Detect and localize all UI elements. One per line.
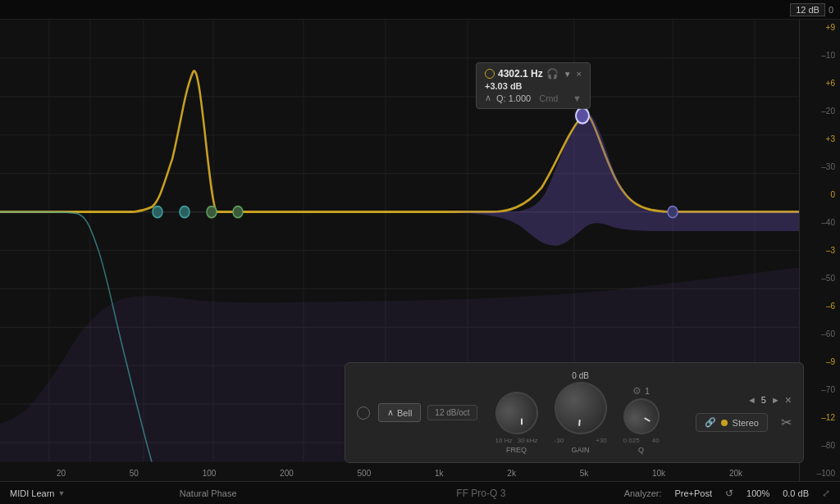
eq-tooltip: 4302.1 Hz 🎧 ▼ × +3.03 dB ∧ Q: 1.000 Cmd … [476,62,591,109]
svg-point-23 [207,207,217,218]
db-minus100: –100 [801,469,838,478]
db-0: 0 [801,190,838,199]
scissors-icon[interactable]: ✂ [781,415,792,430]
freq-50: 50 [130,469,139,478]
freq-max-label: 30 kHz [518,437,538,444]
analyzer-label: Analyzer: [624,488,662,498]
tooltip-gain: +3.03 dB [485,81,523,91]
db-minus40: –40 [801,218,838,227]
tooltip-cmd: Cmd [539,93,558,103]
shape-button[interactable]: ∧ Bell [378,403,421,422]
db-minus20: –20 [801,107,838,116]
panel-power-btn[interactable] [357,406,370,420]
db-plus3: +3 [801,134,838,143]
gain-max-label: +30 [596,437,607,444]
q-band-number: 1 [645,386,650,396]
freq-knob[interactable] [487,384,546,442]
svg-point-24 [233,207,243,218]
nav-number: 5 [761,395,766,405]
db-badge[interactable]: 12 dB [790,3,825,16]
freq-20k: 20k [729,469,742,478]
bottom-bar: MIDI Learn ▼ Natural Phase FF Pro-Q 3 An… [0,481,840,504]
nav-left-btn[interactable]: ◄ [747,395,756,405]
svg-point-21 [153,207,162,218]
stereo-button[interactable]: 🔗 Stereo [696,413,768,432]
q-min-label: 0.025 [623,437,640,444]
freq-knob-container: 10 Hz 30 kHz FREQ [495,392,538,454]
db-readout: 0.0 dB [783,488,809,498]
freq-2k: 2k [507,469,516,478]
db-minus10: –10 [801,51,838,60]
band-nav: ◄ 5 ► [747,395,780,405]
app-title: FF Pro-Q 3 [351,488,611,499]
midi-learn-button[interactable]: MIDI Learn ▼ [10,488,65,498]
tooltip-nav-icon[interactable]: ▼ [564,70,572,79]
q-knob-container: ⚙ 1 0.025 40 Q [623,385,660,454]
app: 12 dB 0 [0,0,840,504]
db-minus50: –50 [801,274,838,283]
midi-dropdown-arrow: ▼ [57,489,65,497]
db-minus80: –80 [801,441,838,450]
db-minus70: –70 [801,385,838,394]
shape-prefix-icon: ∧ [387,407,394,418]
stereo-dot [721,420,728,426]
tooltip-freq: 4302.1 Hz [498,68,543,79]
db-minus30: –30 [801,162,838,171]
midi-learn-label: MIDI Learn [10,488,54,498]
db-minus12: –12 [801,413,838,422]
undo-icon[interactable]: ↺ [725,488,733,499]
zero-label: 0 [829,5,833,15]
right-panel: ◄ 5 ► × 🔗 Stereo ✂ [696,393,792,432]
freq-100: 100 [203,469,217,478]
db-oct-button[interactable]: 12 dB/oct [427,405,477,420]
tooltip-dropdown[interactable]: ▼ [573,93,582,103]
freq-20: 20 [57,469,66,478]
gain-knob-container: 0 dB -30 +30 GAIN [555,371,607,454]
zoom-level[interactable]: 100% [746,488,769,498]
svg-point-22 [180,207,189,218]
gain-value: 0 dB [572,371,589,380]
top-bar: 12 dB 0 [0,0,840,20]
db-scale-right: +9 –10 +6 –20 +3 –30 0 –40 –3 –50 –6 –60… [799,20,840,481]
stereo-label: Stereo [733,418,759,428]
svg-point-25 [576,108,589,124]
freq-5k: 5k [580,469,589,478]
shape-label: Bell [397,408,412,418]
band-panel-header: ∧ Bell 12 dB/oct 10 Hz [357,371,792,454]
gear-icon: ⚙ [632,385,641,397]
freq-500: 500 [358,469,372,478]
tooltip-close-btn[interactable]: × [577,69,582,79]
gain-min-label: -30 [555,437,564,444]
nav-right-btn[interactable]: ► [771,395,780,405]
eq-display[interactable]: 4302.1 Hz 🎧 ▼ × +3.03 dB ∧ Q: 1.000 Cmd … [0,20,840,481]
resize-icon[interactable]: ⤢ [822,488,830,499]
link-icon: 🔗 [705,417,716,428]
freq-1k: 1k [435,469,444,478]
freq-200: 200 [280,469,294,478]
tooltip-q: Q: 1.000 [496,93,531,103]
q-label: Q [638,446,644,454]
freq-10k: 10k [652,469,665,478]
db-plus6: +6 [801,79,838,88]
freq-scale: 20 50 100 200 500 1k 2k 5k 10k 20k [0,465,799,481]
band-panel: ∧ Bell 12 dB/oct 10 Hz [345,362,804,463]
db-minus3: –3 [801,246,838,255]
tooltip-power-btn[interactable] [485,69,495,79]
freq-min-label: 10 Hz [495,437,513,444]
q-max-label: 40 [652,437,660,444]
q-knob[interactable] [617,392,666,441]
expand-icon: ∧ [485,93,491,103]
svg-point-26 [668,207,678,218]
gain-label: GAIN [572,446,590,454]
gain-knob[interactable] [552,379,609,436]
freq-label: FREQ [506,446,527,454]
analyzer-value[interactable]: Pre+Post [674,488,712,498]
phase-label: Natural Phase [78,488,338,498]
panel-close-btn[interactable]: × [785,393,792,406]
db-minus6: –6 [801,302,838,311]
db-plus9: +9 [801,23,838,32]
db-minus9: –9 [801,357,838,366]
db-minus60: –60 [801,329,838,338]
headphone-icon[interactable]: 🎧 [546,68,559,79]
